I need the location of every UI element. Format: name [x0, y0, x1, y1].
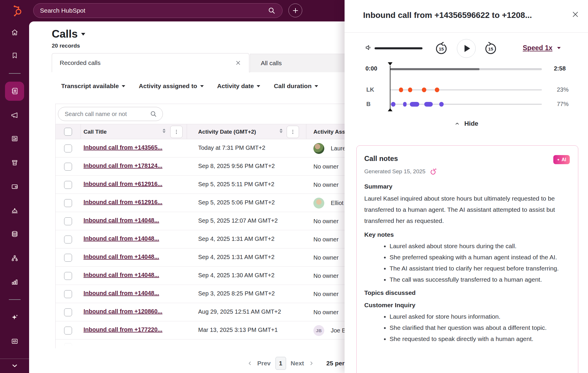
column-options-button[interactable]: [170, 126, 183, 138]
table-row[interactable]: Inbound call from +177220... Mar 13, 202…: [56, 321, 394, 340]
next-page-button[interactable]: Next: [291, 360, 304, 367]
call-title-link[interactable]: Inbound call from +612916...: [83, 181, 162, 187]
call-title-link[interactable]: Inbound call from +14048...: [83, 253, 159, 260]
row-checkbox[interactable]: [64, 308, 72, 316]
table-row[interactable]: Inbound call from +612916... Sep 5, 2025…: [56, 176, 394, 194]
speaker-label: LK: [366, 86, 374, 93]
sidebar-item-developer[interactable]: [0, 333, 29, 349]
row-checkbox[interactable]: [64, 163, 72, 171]
call-title-link[interactable]: Inbound call from +14048...: [83, 272, 159, 278]
sort-icon[interactable]: [163, 129, 166, 133]
table-row[interactable]: Inbound call from +14048... Sep 3, 2025 …: [56, 285, 394, 303]
row-checkbox[interactable]: [64, 236, 72, 243]
playhead[interactable]: [390, 66, 390, 109]
call-title-link[interactable]: Inbound call from +143565...: [83, 144, 162, 151]
activity-assigned: No owner: [313, 176, 339, 194]
table-row[interactable]: Inbound call from +14048... Sep 4, 2025 …: [56, 230, 394, 248]
sidebar-item-automation[interactable]: [0, 250, 29, 266]
audio-progress-bar[interactable]: [390, 68, 542, 70]
sort-icon[interactable]: [280, 129, 283, 133]
tab-recorded-calls[interactable]: Recorded calls: [52, 53, 249, 72]
sidebar-item-reporting[interactable]: [0, 274, 29, 290]
sidebar-item-service[interactable]: [0, 203, 29, 219]
table-row[interactable]: Inbound call from +14048... Sep 4, 2025 …: [56, 267, 394, 285]
table-row[interactable]: Inbound call from +143565... Today at 7:…: [56, 139, 394, 157]
row-checkbox[interactable]: [64, 327, 72, 335]
chevron-down-icon: [81, 33, 85, 36]
record-count: 20 records: [52, 43, 80, 49]
skip-forward-15-button[interactable]: 15: [483, 41, 498, 56]
call-title-link[interactable]: Inbound call from +14048...: [83, 235, 159, 242]
chevron-left-icon[interactable]: [247, 361, 253, 366]
row-checkbox[interactable]: [64, 254, 72, 262]
playhead-handle[interactable]: [388, 62, 392, 65]
speaker-track-lk[interactable]: [390, 89, 542, 90]
activity-date: Sep 4, 2025 1:30 AM GMT+2: [198, 272, 275, 279]
table-row[interactable]: Inbound call from +120860... Aug 29, 202…: [56, 303, 394, 321]
playhead-handle[interactable]: [388, 108, 392, 111]
skip-back-15-button[interactable]: 15: [434, 41, 449, 56]
sidebar-item-commerce[interactable]: [0, 155, 29, 171]
row-checkbox[interactable]: [64, 290, 72, 298]
sidebar-item-content[interactable]: [0, 131, 29, 147]
close-panel-button[interactable]: [570, 9, 580, 19]
volume-slider[interactable]: [375, 47, 422, 49]
table-row[interactable]: Inbound call from +612916... Sep 5, 2025…: [56, 194, 394, 212]
row-checkbox[interactable]: [64, 199, 72, 207]
row-checkbox[interactable]: [64, 181, 72, 189]
filter-call-duration[interactable]: Call duration: [274, 83, 318, 90]
speaker-track-b[interactable]: [390, 104, 542, 105]
hubspot-logo-icon[interactable]: [11, 5, 24, 17]
tab-label: Recorded calls: [60, 59, 235, 66]
table-row[interactable]: Inbound call from +14048... Sep 5, 2025 …: [56, 212, 394, 230]
table-row[interactable]: Inbound call from +178124... Sep 8, 2025…: [56, 157, 394, 176]
per-page-selector[interactable]: 25 per: [326, 360, 345, 367]
sidebar-item-marketing[interactable]: [0, 107, 29, 123]
filter-activity-assigned-to[interactable]: Activity assigned to: [139, 83, 203, 90]
sidebar-item-payments[interactable]: [0, 179, 29, 194]
row-checkbox[interactable]: [64, 272, 72, 280]
sidebar-item-bookmarks[interactable]: [0, 48, 29, 63]
volume-icon[interactable]: [365, 43, 373, 52]
panel-title: Inbound call from +14356596622 to +1208.…: [363, 11, 566, 20]
call-title-link[interactable]: Inbound call from +14048...: [83, 290, 159, 297]
sidebar-collapse-button[interactable]: [0, 358, 29, 373]
current-page-indicator[interactable]: 1: [275, 357, 286, 370]
column-divider: [81, 124, 81, 139]
filter-bar: Transcript availableActivity assigned to…: [61, 79, 318, 93]
play-button[interactable]: [457, 39, 476, 58]
column-header-activity-date[interactable]: Activity Date (GMT+2): [198, 124, 256, 140]
sidebar-item-ai[interactable]: [0, 309, 29, 325]
regenerate-ai-icon[interactable]: [430, 168, 437, 175]
sidebar-item-data[interactable]: [0, 226, 29, 242]
call-title-link[interactable]: Inbound call from +612916...: [83, 199, 162, 206]
column-header-call-title[interactable]: Call Title: [83, 124, 107, 140]
avatar: [313, 143, 324, 154]
sidebar-item-crm-contacts[interactable]: [0, 83, 29, 99]
call-title-link[interactable]: Inbound call from +178124...: [83, 162, 162, 169]
add-button[interactable]: [288, 4, 302, 17]
caret-down-icon: [315, 85, 318, 87]
row-checkbox[interactable]: [64, 217, 72, 225]
call-title-link[interactable]: Inbound call from +120860...: [83, 308, 162, 315]
close-icon[interactable]: [235, 60, 241, 66]
call-title-link[interactable]: Inbound call from +177220...: [83, 326, 162, 333]
chevron-right-icon[interactable]: [309, 361, 314, 366]
page-title[interactable]: Calls: [52, 28, 85, 40]
playback-speed-dropdown[interactable]: Speed 1x: [523, 44, 561, 52]
select-all-checkbox[interactable]: [64, 128, 72, 136]
global-search-placeholder: Search HubSpot: [40, 7, 268, 14]
prev-page-button[interactable]: Prev: [257, 360, 271, 367]
row-checkbox[interactable]: [64, 145, 72, 152]
filter-activity-date[interactable]: Activity date: [217, 83, 260, 90]
filter-transcript-available[interactable]: Transcript available: [61, 83, 125, 90]
speech-segment: [424, 102, 433, 107]
table-search-input[interactable]: Search call name or not: [58, 107, 163, 121]
sidebar-item-home[interactable]: [0, 24, 29, 40]
column-options-button[interactable]: [287, 126, 299, 138]
sparkle-icon: [11, 313, 19, 321]
table-row[interactable]: Inbound call from +14048... Sep 4, 2025 …: [56, 248, 394, 267]
hide-player-button[interactable]: Hide: [345, 120, 588, 127]
call-title-link[interactable]: Inbound call from +14048...: [83, 217, 159, 224]
global-search-input[interactable]: Search HubSpot: [33, 3, 283, 18]
